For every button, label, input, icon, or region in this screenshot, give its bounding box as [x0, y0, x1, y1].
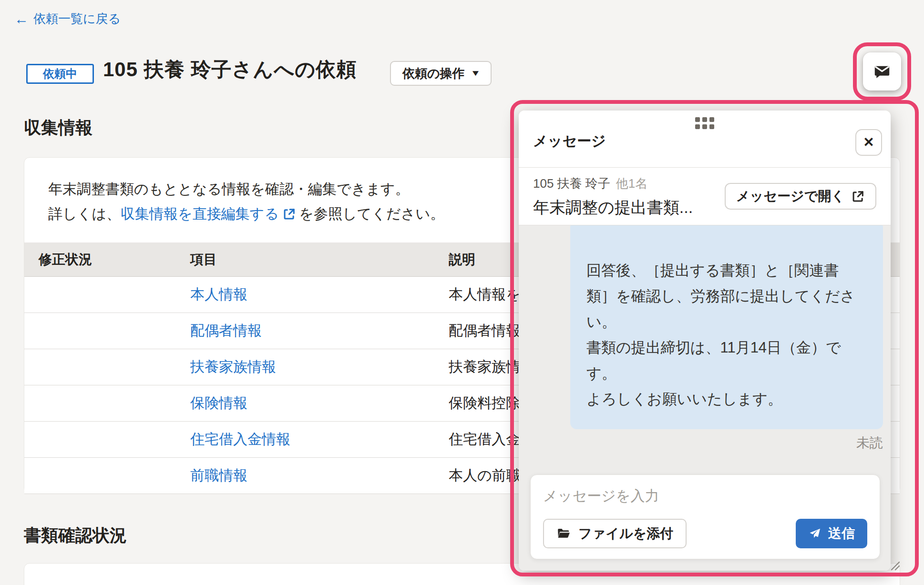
- col-header-item: 項目: [190, 251, 449, 269]
- message-panel-header: メッセージ ✕: [519, 111, 891, 168]
- message-composer[interactable]: メッセージを入力 ファイルを添付 送信: [530, 474, 880, 559]
- close-icon: ✕: [863, 134, 874, 150]
- item-link[interactable]: 扶養家族情報: [190, 359, 276, 374]
- collected-info-heading: 収集情報: [24, 116, 92, 140]
- participants-extra: 他1名: [616, 175, 647, 192]
- message-mail-icon: [872, 61, 892, 81]
- open-in-messages-label: メッセージで開く: [736, 187, 845, 205]
- external-link-icon: [283, 203, 296, 228]
- message-panel-title: メッセージ: [533, 131, 606, 151]
- col-header-status: 修正状況: [24, 251, 190, 269]
- message-fab-button[interactable]: [863, 52, 901, 91]
- status-badge: 依頼中: [26, 64, 94, 84]
- back-link-label: 依頼一覧に戻る: [33, 10, 121, 27]
- description-line2-prefix: 詳しくは、: [48, 206, 121, 222]
- item-link[interactable]: 配偶者情報: [190, 323, 262, 338]
- request-actions-label: 依頼の操作: [402, 65, 465, 82]
- document-status-heading: 書類確認状況: [24, 524, 127, 547]
- folder-icon: [556, 526, 571, 541]
- description-line2-suffix: を参照してください。: [299, 206, 444, 222]
- close-button[interactable]: ✕: [855, 129, 882, 156]
- thread-info: 105 扶養 玲子 他1名 年末調整の提出書類...: [533, 175, 693, 219]
- edit-collected-info-link[interactable]: 収集情報を直接編集する: [121, 206, 279, 222]
- chevron-down-icon: ▼: [470, 69, 481, 78]
- collected-info-description: 年末調整書類のもととなる情報を確認・編集できます。 詳しくは、収集情報を直接編集…: [48, 177, 444, 228]
- attach-file-label: ファイルを添付: [578, 524, 673, 543]
- external-link-icon: [852, 190, 865, 203]
- page-title: 105 扶養 玲子さんへの依頼: [103, 56, 357, 83]
- message-paragraph: 回答後、［提出する書類］と［関連書類］を確認し、労務部に提出してください。: [586, 258, 859, 335]
- message-bubble: 回答後、［提出する書類］と［関連書類］を確認し、労務部に提出してください。書類の…: [570, 225, 883, 429]
- unread-status: 未読: [856, 434, 883, 452]
- item-link[interactable]: 前職情報: [190, 467, 247, 483]
- composer-actions: ファイルを添付 送信: [543, 519, 867, 548]
- request-actions-dropdown[interactable]: 依頼の操作 ▼: [390, 61, 492, 86]
- send-button[interactable]: 送信: [796, 519, 867, 548]
- send-plane-icon: [808, 527, 821, 540]
- description-line2: 詳しくは、収集情報を直接編集するを参照してください。: [48, 202, 444, 228]
- thread-participants: 105 扶養 玲子 他1名: [533, 175, 693, 192]
- message-paragraph: よろしくお願いいたします。: [586, 386, 859, 412]
- message-scroll-area[interactable]: 回答後、［提出する書類］と［関連書類］を確認し、労務部に提出してください。書類の…: [519, 225, 891, 571]
- message-panel: メッセージ ✕ 105 扶養 玲子 他1名 年末調整の提出書類... メッセージ…: [519, 111, 891, 571]
- back-to-request-list-link[interactable]: ← 依頼一覧に戻る: [14, 10, 121, 27]
- item-link[interactable]: 本人情報: [190, 286, 247, 302]
- participant-name: 105 扶養 玲子: [533, 175, 610, 192]
- thread-summary: 105 扶養 玲子 他1名 年末調整の提出書類... メッセージで開く: [519, 168, 891, 225]
- drag-handle-icon[interactable]: [695, 117, 714, 129]
- open-in-messages-button[interactable]: メッセージで開く: [725, 183, 876, 210]
- message-input[interactable]: メッセージを入力: [543, 486, 867, 506]
- send-label: 送信: [828, 524, 855, 543]
- description-line1: 年末調整書類のもととなる情報を確認・編集できます。: [48, 177, 444, 202]
- thread-title: 年末調整の提出書類...: [533, 197, 693, 219]
- item-link[interactable]: 保険情報: [190, 395, 247, 411]
- item-link[interactable]: 住宅借入金情報: [190, 431, 290, 447]
- back-arrow-icon: ←: [14, 12, 29, 26]
- attach-file-button[interactable]: ファイルを添付: [543, 519, 687, 548]
- resize-handle[interactable]: [886, 556, 901, 572]
- message-paragraph: 書類の提出締切は、11月14日（金）です。: [586, 335, 859, 386]
